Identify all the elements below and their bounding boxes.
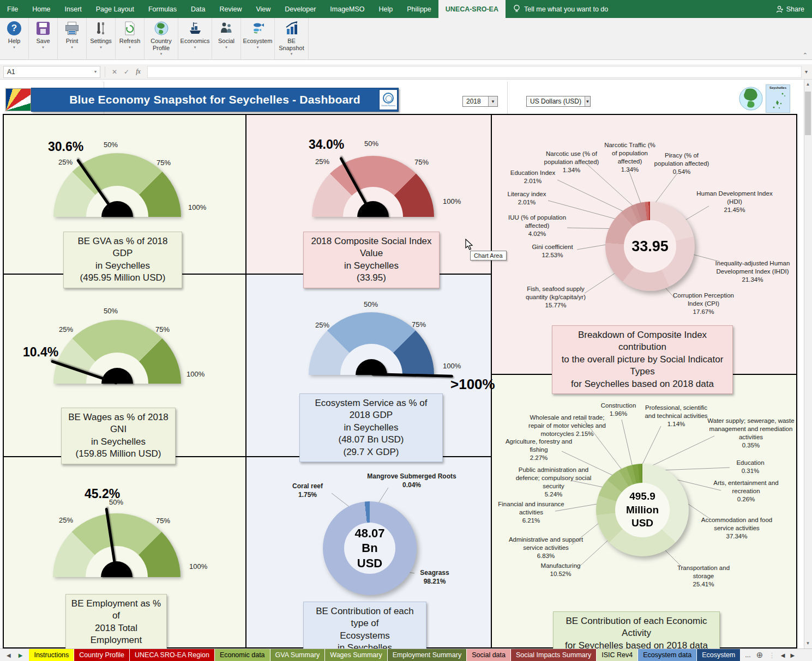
donut-label: Narcotic Traffic (% of population affect… — [602, 141, 658, 174]
cancel-icon[interactable]: ✕ — [112, 68, 117, 76]
formula-input[interactable] — [147, 66, 802, 78]
save-button[interactable]: Save▾ — [29, 18, 58, 59]
sheet-tab-ecosystem[interactable]: Ecosystem — [697, 649, 741, 661]
enter-icon[interactable]: ✓ — [124, 68, 129, 76]
currency-dropdown[interactable]: US Dollars (USD)▼ — [526, 96, 591, 107]
scroll-up-arrow[interactable]: ▲ — [805, 82, 811, 87]
ecosystems-donut[interactable]: 48.07BnUSD — [323, 501, 417, 595]
sheet-tab-employment-summary[interactable]: Employment Summary — [388, 649, 467, 661]
tick-25: 25% — [59, 325, 73, 333]
tell-me-box[interactable]: Tell me what you want to do — [513, 0, 608, 18]
wages-caption: BE Wages as % of 2018 GNIin Seychelles(1… — [61, 408, 176, 464]
formula-bar: A1▾ ✕ ✓ fx ▾ — [0, 64, 812, 80]
chart-icon — [284, 20, 300, 37]
ribbon-tab-bar: File Home Insert Page Layout Formulas Da… — [0, 0, 812, 18]
tab-insert[interactable]: Insert — [58, 0, 89, 18]
scroll-down-arrow[interactable]: ▼ — [805, 641, 811, 646]
tab-view[interactable]: View — [249, 0, 278, 18]
vertical-scrollbar[interactable] — [804, 80, 812, 648]
tab-overflow-dots[interactable]: ... — [745, 651, 750, 659]
tab-home[interactable]: Home — [25, 0, 57, 18]
formula-bar-expand-chevron[interactable]: ▾ — [805, 69, 808, 75]
tab-developer[interactable]: Developer — [278, 0, 323, 18]
tick-100: 100% — [187, 370, 204, 378]
economics-button[interactable]: Economics▾ — [178, 18, 212, 59]
ribbon-body: ? Help▾ Save▾ Print▾ Settings▾ Refresh▾ … — [0, 18, 812, 60]
sheet-tab-ecosystem-data[interactable]: Ecosystem data — [638, 649, 697, 661]
sheet-tab-uneca-sro-ea-region[interactable]: UNECA SRO-EA Region — [130, 649, 215, 661]
tab-scroll-left-icon[interactable]: ◀ — [781, 652, 785, 658]
scrollbar-thumb[interactable] — [805, 92, 811, 135]
save-icon — [35, 20, 51, 37]
add-sheet-button[interactable]: ⊕ — [756, 650, 763, 660]
tab-page-layout[interactable]: Page Layout — [89, 0, 141, 18]
donut-label: Gini coefficient12.53% — [520, 243, 585, 259]
help-button[interactable]: ? Help▾ — [0, 18, 29, 59]
print-button[interactable]: Print▾ — [58, 18, 87, 59]
sheet-tab-social-impacts-summary[interactable]: Social Impacts Summary — [511, 649, 597, 661]
tab-imagemso[interactable]: ImageMSO — [323, 0, 371, 18]
sheet-tab-instructions[interactable]: Instructions — [29, 649, 74, 661]
sheet-tab-wages-summary[interactable]: Wages Summary — [325, 649, 387, 661]
tick-25: 25% — [315, 157, 329, 166]
social-composite-donut[interactable]: 33.95 — [605, 202, 695, 291]
social-index-caption: 2018 Composite Social Index Valuein Seyc… — [303, 232, 440, 288]
tab-review[interactable]: Review — [212, 0, 249, 18]
country-profile-button[interactable]: Country Profile▾ — [145, 18, 178, 59]
excel-window: File Home Insert Page Layout Formulas Da… — [0, 0, 812, 661]
sheet-tab-strip: ◀ ▶ Instructions Country Profile UNECA S… — [0, 648, 812, 661]
tick-75: 75% — [412, 320, 426, 329]
sheet-tab-gva-summary[interactable]: GVA Summary — [270, 649, 326, 661]
donut-label: Mangrove Submerged Roots0.04% — [349, 472, 474, 489]
tab-philippe[interactable]: Philippe — [400, 0, 438, 18]
gauge-value-label: >100% — [450, 376, 495, 393]
tab-formulas[interactable]: Formulas — [141, 0, 184, 18]
donut-label: IUU (% of population affected)4.02% — [501, 214, 573, 238]
ecosystem-button[interactable]: Ecosystem▾ — [241, 18, 275, 59]
sheet-tab-country-profile[interactable]: Country Profile — [74, 649, 130, 661]
tab-scroll-right-icon[interactable]: ▶ — [790, 652, 795, 658]
social-donut-caption: Breakdown of Composite Index contributio… — [552, 325, 733, 394]
sheet-nav-right-icon[interactable]: ▶ — [19, 652, 23, 658]
refresh-button[interactable]: Refresh▾ — [116, 18, 145, 59]
donut-label: Administrative and support service activ… — [508, 536, 584, 560]
sheet-tab-social-data[interactable]: Social data — [467, 649, 511, 661]
tab-file[interactable]: File — [0, 0, 25, 18]
donut-label: Manufacturing10.52% — [527, 562, 595, 578]
activity-donut[interactable]: 495.9MillionUSD — [596, 464, 689, 556]
donut-label: Human Development Index (HDI)21.45% — [694, 190, 775, 214]
fish-icon — [250, 20, 266, 37]
be-snapshot-button[interactable]: BE Snapshot▾ — [275, 18, 309, 59]
sheet-tab-economic-data[interactable]: Economic data — [215, 649, 270, 661]
people-icon — [218, 20, 234, 37]
grid-border — [3, 114, 797, 115]
refresh-icon — [122, 20, 138, 37]
tick-50: 50% — [364, 300, 378, 308]
tab-uneca-sro-ea[interactable]: UNECA-SRO-EA — [438, 0, 506, 18]
share-button[interactable]: Share — [776, 0, 804, 18]
name-box[interactable]: A1▾ — [3, 66, 100, 78]
social-button[interactable]: Social▾ — [212, 18, 241, 59]
settings-icon — [93, 20, 109, 37]
dropdown-arrow-icon[interactable]: ▼ — [488, 96, 497, 106]
year-value: 2018 — [463, 98, 488, 105]
sheet-tab-isic-rev4[interactable]: ISIC Rev4 — [597, 649, 638, 661]
tab-help[interactable]: Help — [372, 0, 400, 18]
tick-50: 50% — [364, 140, 378, 148]
collapse-ribbon-chevron[interactable]: ⌃ — [803, 52, 808, 59]
tick-25: 25% — [315, 321, 329, 329]
dropdown-arrow-icon[interactable]: ▼ — [585, 96, 590, 106]
donut-label: Professional, scientific and technical a… — [641, 404, 712, 428]
sheet-nav-left-icon[interactable]: ◀ — [7, 652, 11, 658]
un-logo: United Nations — [379, 89, 398, 110]
settings-button[interactable]: Settings▾ — [87, 18, 116, 59]
grid-border — [245, 114, 246, 648]
donut-label: Coral reef1.75% — [280, 482, 335, 499]
donut-label: Construction1.96% — [591, 402, 646, 418]
lightbulb-icon — [513, 4, 520, 14]
gauge-value-label: 30.6% — [48, 140, 83, 154]
tab-data[interactable]: Data — [184, 0, 212, 18]
ship-icon — [187, 20, 203, 37]
insert-function-icon[interactable]: fx — [136, 68, 141, 76]
year-dropdown[interactable]: 2018▼ — [462, 96, 498, 107]
